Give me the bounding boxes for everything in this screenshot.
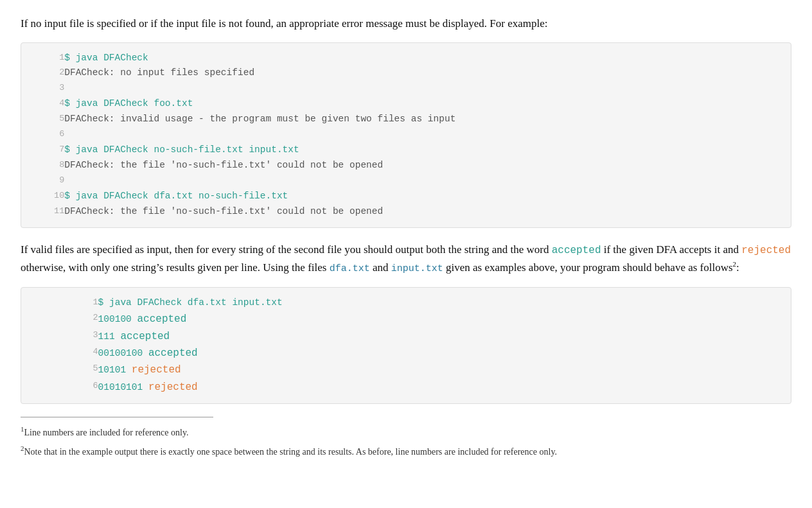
command: java DFACheck foo.txt: [76, 98, 193, 109]
line-content: $ java DFACheck dfa.txt input.txt: [98, 295, 781, 311]
string-value: 111: [98, 331, 115, 342]
line-number: 4: [31, 345, 98, 362]
line-content: [64, 173, 781, 189]
line-content: 00100100 accepted: [98, 345, 781, 362]
string-value: 10101: [98, 365, 127, 375]
line-number: 5: [31, 112, 64, 127]
code2-line-6: 6 01010101 rejected: [31, 379, 781, 396]
line-number: 7: [31, 143, 64, 158]
footnote-2: 2Note that in the example output there i…: [21, 443, 791, 459]
intro-paragraph: If no input file is specified or if the …: [21, 15, 791, 32]
code-line-1: 1 $ java DFACheck: [31, 51, 781, 66]
line-number: 9: [31, 173, 64, 189]
accepted-keyword: accepted: [552, 245, 601, 256]
footnote-1: 1Line numbers are included for reference…: [21, 424, 791, 439]
body-part4: and: [370, 261, 391, 274]
code-line-4: 4 $ java DFACheck foo.txt: [31, 96, 781, 112]
dollar-sign: $: [64, 53, 75, 63]
line-number: 3: [31, 81, 64, 96]
body-paragraph: If valid files are specified as input, t…: [21, 241, 791, 277]
code2-line-3: 3 111 accepted: [31, 328, 781, 345]
result-rejected: rejected: [132, 364, 181, 376]
rejected-keyword: rejected: [741, 245, 791, 256]
code-line-2: 2 DFACheck: no input files specified: [31, 66, 781, 81]
result-rejected: rejected: [148, 381, 198, 393]
code-block-1: 1 $ java DFACheck 2 DFACheck: no input f…: [21, 42, 791, 228]
footnotes-divider: [21, 417, 213, 417]
string-value: 100100: [98, 314, 132, 324]
line-content: $ java DFACheck dfa.txt no-such-file.txt: [64, 189, 781, 204]
line-number: 1: [31, 295, 98, 311]
line-number: 5: [31, 362, 98, 378]
code2-line-1: 1 $ java DFACheck dfa.txt input.txt: [31, 295, 781, 311]
line-number: 2: [31, 66, 64, 81]
command: java DFACheck no-such-file.txt input.txt: [76, 145, 299, 155]
body-part5: given as examples above, your program sh…: [443, 261, 733, 274]
result-accepted: accepted: [120, 331, 170, 342]
line-content: $ java DFACheck no-such-file.txt input.t…: [64, 143, 781, 158]
line-content: DFACheck: the file 'no-such-file.txt' co…: [64, 204, 781, 220]
dollar-sign: $: [64, 145, 75, 155]
line-number: 3: [31, 328, 98, 345]
line-content: [64, 81, 781, 96]
dollar-sign: $: [98, 297, 109, 308]
line-content: [64, 127, 781, 143]
dollar-sign: $: [64, 191, 75, 201]
line-number: 8: [31, 158, 64, 173]
line-content: 100100 accepted: [98, 311, 781, 328]
footnote-2-text: Note that in the example output there is…: [24, 446, 557, 456]
dfa-txt-inline: dfa.txt: [330, 263, 370, 274]
line-number: 10: [31, 189, 64, 204]
code2-line-4: 4 00100100 accepted: [31, 345, 781, 362]
code-line-11: 11 DFACheck: the file 'no-such-file.txt'…: [31, 204, 781, 220]
code-line-5: 5 DFACheck: invalid usage - the program …: [31, 112, 781, 127]
result-accepted: accepted: [148, 347, 198, 359]
line-content: 10101 rejected: [98, 362, 781, 378]
command: java DFACheck: [76, 53, 148, 63]
dollar-sign: $: [64, 98, 75, 109]
code-line-9: 9: [31, 173, 781, 189]
result-accepted: accepted: [137, 313, 187, 325]
code2-line-2: 2 100100 accepted: [31, 311, 781, 328]
string-value: 01010101: [98, 382, 143, 392]
string-value: 00100100: [98, 348, 143, 358]
code-line-6: 6: [31, 127, 781, 143]
line-number: 2: [31, 311, 98, 328]
command: java DFACheck dfa.txt no-such-file.txt: [76, 191, 288, 201]
body-part1: If valid files are specified as input, t…: [21, 243, 552, 256]
line-content: DFACheck: no input files specified: [64, 66, 781, 81]
body-part3: otherwise, with only one string’s result…: [21, 261, 330, 274]
line-number: 1: [31, 51, 64, 66]
line-content: 111 accepted: [98, 328, 781, 345]
code-line-3: 3: [31, 81, 781, 96]
line-content: 01010101 rejected: [98, 379, 781, 396]
code-block-2: 1 $ java DFACheck dfa.txt input.txt 2 10…: [21, 287, 791, 404]
code-line-10: 10 $ java DFACheck dfa.txt no-such-file.…: [31, 189, 781, 204]
line-content: $ java DFACheck foo.txt: [64, 96, 781, 112]
line-content: $ java DFACheck: [64, 51, 781, 66]
code-line-7: 7 $ java DFACheck no-such-file.txt input…: [31, 143, 781, 158]
line-number: 11: [31, 204, 64, 220]
footnote-1-text: Line numbers are included for reference …: [24, 428, 189, 437]
body-part6: :: [736, 261, 739, 274]
line-number: 6: [31, 379, 98, 396]
input-txt-inline: input.txt: [391, 263, 443, 274]
line-content: DFACheck: the file 'no-such-file.txt' co…: [64, 158, 781, 173]
command: java DFACheck dfa.txt input.txt: [109, 297, 283, 308]
body-part2: if the given DFA accepts it and: [601, 243, 741, 256]
code-line-8: 8 DFACheck: the file 'no-such-file.txt' …: [31, 158, 781, 173]
line-number: 4: [31, 96, 64, 112]
line-number: 6: [31, 127, 64, 143]
code2-line-5: 5 10101 rejected: [31, 362, 781, 378]
line-content: DFACheck: invalid usage - the program mu…: [64, 112, 781, 127]
